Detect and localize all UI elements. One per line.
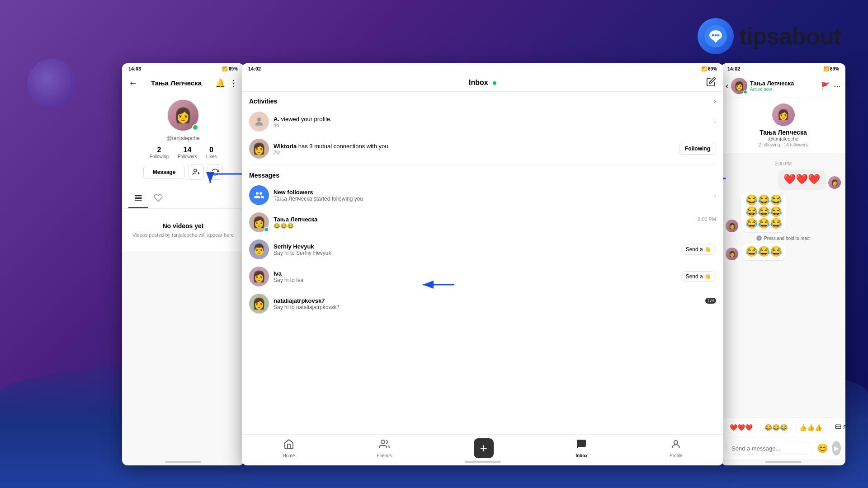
s3-message-input[interactable]: [726, 442, 813, 455]
s3-emoji-button[interactable]: 😊: [817, 443, 828, 454]
s2-online-dot: [493, 81, 496, 85]
nav-profile[interactable]: Profile: [670, 439, 682, 458]
s1-username: @tanjalepche: [166, 135, 200, 141]
s1-likes-label: Likes: [206, 154, 217, 159]
s3-banner-name: Тања Лепческа: [726, 129, 840, 136]
s1-tab-videos[interactable]: [128, 190, 148, 208]
s1-stat-following: 2 Following: [150, 146, 169, 159]
s1-notification-icon[interactable]: 🔔: [215, 78, 225, 88]
screens-container: 14:03 📶 69% ← Тања Лепческа 🔔 ⋮ 👩 @t: [122, 63, 845, 465]
svg-point-3: [715, 34, 717, 37]
s2-send-btn-serhiy[interactable]: Send a 👋: [681, 244, 716, 255]
s2-activities-arrow[interactable]: ›: [714, 97, 716, 105]
nav-inbox[interactable]: Inbox: [576, 439, 588, 458]
s3-signal: 📶: [823, 66, 829, 71]
s2-header: Inbox: [242, 74, 723, 92]
s1-tab-likes[interactable]: [148, 190, 168, 208]
bg-decoration-circle: [27, 59, 77, 108]
s2-msg-new-followers[interactable]: New followers Тања Лепческа started foll…: [242, 182, 723, 209]
s2-activity-item-2[interactable]: 👩 Wiktoria has 3 mutual connections with…: [242, 135, 723, 162]
s3-reaction-thumbs[interactable]: 👍👍👍: [795, 422, 826, 433]
s2-activity-meta-1: 4d: [274, 122, 709, 128]
s3-msg-bubble-laugh-big: 😂😂😂😂😂😂😂😂😂: [741, 192, 787, 232]
s2-edit-button[interactable]: [706, 77, 716, 89]
s2-activities-title: Activities: [249, 98, 277, 105]
screen-inbox: 14:02 📶 69% Inbox Activities ›: [242, 63, 723, 465]
s3-time: 14:02: [727, 66, 740, 71]
s2-msg-preview-serhiy: Say hi to Serhiy Hevyuk: [274, 250, 676, 256]
s1-empty-subtitle: Videos posted by tanjalepche will appear…: [128, 232, 238, 238]
s3-banner-avatar: 👩: [772, 103, 795, 126]
s2-msg-text-natalia: nataliajatrpkovsk7 1/9 Say hi to natalia…: [274, 297, 716, 310]
s3-more-icon[interactable]: ⋯: [834, 82, 841, 90]
s1-stat-followers: 14 Followers: [178, 146, 197, 159]
svg-point-17: [674, 441, 678, 444]
s2-following-button[interactable]: Following: [679, 143, 716, 155]
nav-add-button[interactable]: +: [474, 438, 494, 458]
s2-msg-name-natalia: nataliajatrpkovsk7: [274, 297, 325, 304]
s2-activity-arrow-1: ›: [714, 118, 716, 125]
s1-following-count: 2: [150, 146, 169, 154]
s3-msg-row-laugh2: 👩 😂😂😂: [726, 243, 841, 260]
s3-reaction-bar: ❤️❤️❤️ 😂😂😂 👍👍👍 Share post: [721, 418, 845, 437]
s1-followers-count: 14: [178, 146, 197, 154]
s2-msg-avatar-iva: 👩: [249, 267, 269, 286]
nav-inbox-label: Inbox: [576, 453, 588, 458]
s3-header-avatar-wrap: 👩: [731, 78, 747, 94]
s2-msg-tanja[interactable]: 👩 Тања Лепческа 2:00 PM 😂😂😂: [242, 209, 723, 236]
s1-add-friend-button[interactable]: [189, 164, 204, 180]
s3-header-online-dot: [743, 90, 747, 94]
s2-activity-text-2: Wiktoria has 3 mutual connections with y…: [274, 143, 675, 155]
s2-send-btn-iva[interactable]: Send a 👋: [681, 271, 716, 282]
s3-share-button[interactable]: Share post: [830, 422, 845, 433]
s2-msg-serhiy[interactable]: 👨 Serhiy Hevyuk Say hi to Serhiy Hevyuk …: [242, 236, 723, 263]
inbox-icon: [576, 439, 587, 452]
s2-msg-avatar-serhiy: 👨: [249, 239, 269, 259]
s3-banner-stats: 2 following · 14 followers: [726, 142, 840, 147]
s3-status-bar: 14:02 📶 69%: [721, 63, 845, 74]
s1-bottom-bar: [165, 461, 201, 463]
s3-press-hold-label: Press and hold to react: [726, 235, 841, 241]
s2-activity-meta-2: 2w: [274, 150, 675, 155]
s1-back-button[interactable]: ←: [128, 78, 137, 88]
s1-actions-row: Message: [143, 164, 223, 180]
s3-msg-avatar-left2: 👩: [726, 248, 738, 260]
s2-msg-name-followers: New followers: [274, 189, 709, 196]
s3-bottom-bar: [765, 461, 802, 463]
s2-msg-natalia[interactable]: 👩 nataliajatrpkovsk7 1/9 Say hi to natal…: [242, 290, 723, 317]
s2-status-bar: 14:02 📶 69%: [242, 63, 723, 74]
nav-friends[interactable]: Friends: [377, 439, 392, 458]
s3-msg-row-laugh1: 👩 😂😂😂😂😂😂😂😂😂: [726, 192, 841, 232]
s2-signal: 📶: [701, 66, 707, 71]
s3-press-hold-text: Press and hold to react: [764, 236, 811, 241]
s3-time-label: 2:00 PM: [726, 161, 841, 166]
s3-messages-area: 2:00 PM ❤️❤️❤️ 👩 👩 😂😂😂😂😂😂😂😂😂 Press and h…: [721, 153, 845, 418]
s2-msg-iva[interactable]: 👩 Iva Say hi to Iva Send a 👋: [242, 263, 723, 290]
s2-msg-preview-iva: Say hi to Iva: [274, 277, 676, 283]
s2-messages-header: Messages: [242, 166, 723, 182]
nav-home[interactable]: Home: [283, 439, 295, 458]
s1-message-button[interactable]: Message: [143, 166, 185, 178]
s3-msg-avatar-left1: 👩: [726, 220, 738, 232]
s3-back-button[interactable]: ‹: [726, 81, 728, 91]
friends-icon: [379, 439, 390, 452]
s3-send-button[interactable]: ▶: [832, 441, 841, 455]
s2-activity-item-1[interactable]: A. viewed your profile. 4d ›: [242, 108, 723, 135]
s1-profile-section: 👩 @tanjalepche 2 Following 14 Followers …: [122, 92, 244, 190]
s3-flag-icon[interactable]: 🚩: [821, 82, 830, 90]
s1-header: ← Тања Лепческа 🔔 ⋮: [122, 74, 244, 92]
s2-msg-online-tanja: [264, 227, 269, 232]
s2-followers-arrow: ›: [714, 192, 716, 199]
s1-refresh-button[interactable]: [208, 164, 223, 180]
nav-profile-label: Profile: [670, 453, 682, 458]
logo-area: tipsabout: [698, 18, 841, 54]
s1-signal-icon: 📶: [222, 66, 227, 71]
s1-more-icon[interactable]: ⋮: [230, 78, 238, 88]
s2-battery: 69%: [708, 66, 717, 71]
s3-reaction-hearts[interactable]: ❤️❤️❤️: [726, 422, 757, 433]
s2-msg-avatar-natalia: 👩: [249, 294, 269, 314]
s1-empty-state: No videos yet Videos posted by tanjalepc…: [122, 209, 244, 251]
s2-msg-preview-followers: Тања Лепческа started following you: [274, 196, 709, 202]
s1-followers-label: Followers: [178, 154, 197, 159]
s3-reaction-laugh[interactable]: 😂😂😂: [760, 422, 792, 433]
